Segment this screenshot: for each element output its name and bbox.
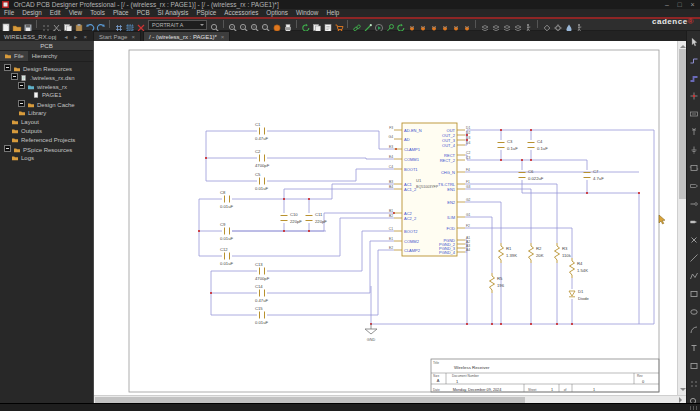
cut-button[interactable] bbox=[52, 19, 62, 29]
sidebar-tab-hierarchy[interactable]: Hierarchy bbox=[28, 51, 62, 61]
drop-tool-button[interactable] bbox=[564, 19, 574, 29]
text-tool[interactable] bbox=[689, 339, 699, 349]
notes-button[interactable] bbox=[323, 19, 333, 29]
tree-item--wireless-rx-dsn[interactable]: .\wireless_rx.dsn bbox=[0, 73, 93, 82]
marker-tool-4-button[interactable] bbox=[440, 19, 450, 29]
menu-file[interactable]: File bbox=[0, 9, 18, 16]
layer-tool-4-button[interactable] bbox=[513, 19, 523, 29]
tab-close-icon[interactable]: × bbox=[221, 34, 225, 40]
menu-place[interactable]: Place bbox=[109, 9, 133, 16]
tree-item-referenced-projects[interactable]: Referenced Projects bbox=[0, 136, 93, 145]
save-button[interactable] bbox=[23, 19, 33, 29]
sidebar-tab-file[interactable]: File bbox=[0, 51, 28, 61]
tree-expander[interactable] bbox=[4, 145, 11, 152]
off-page-connector-tool[interactable] bbox=[689, 213, 699, 223]
footprint-tool-button[interactable] bbox=[575, 19, 585, 29]
no-connect-tool[interactable] bbox=[689, 231, 699, 241]
align-tool-button[interactable] bbox=[524, 19, 534, 29]
zoom-region-button[interactable] bbox=[261, 19, 271, 29]
power-tool[interactable] bbox=[689, 123, 699, 133]
open-design-button[interactable] bbox=[12, 19, 22, 29]
schematic-drawing[interactable]: F3AD-EN_NG4ADE3CLAMP1E4COMM1C4BOOT1B3AC1… bbox=[94, 41, 677, 395]
zoom-fit-button[interactable] bbox=[250, 19, 260, 29]
marker-tool-5-button[interactable] bbox=[451, 19, 461, 29]
tree-expander[interactable] bbox=[11, 73, 18, 80]
menu-tools[interactable]: Tools bbox=[86, 9, 109, 16]
document-tab-schematic-page[interactable]: / - (wireless_rx : PAGE1)*× bbox=[143, 31, 230, 41]
tree-item-page1[interactable]: PAGE1 bbox=[0, 91, 93, 100]
power-marker-button[interactable] bbox=[429, 19, 439, 29]
wire-tool[interactable] bbox=[689, 51, 699, 61]
snap-to-grid-button[interactable] bbox=[41, 19, 51, 29]
snap-tool[interactable] bbox=[689, 375, 699, 385]
tab-close-icon[interactable]: × bbox=[131, 34, 135, 40]
port-tool[interactable] bbox=[689, 177, 699, 187]
minimize-button[interactable]: – bbox=[661, 0, 672, 9]
rectangle-tool[interactable] bbox=[689, 285, 699, 295]
zoom-in-button[interactable] bbox=[228, 19, 238, 29]
tree-expander[interactable] bbox=[4, 64, 11, 71]
menu-pcb[interactable]: PCB bbox=[133, 9, 154, 16]
close-button[interactable]: × bbox=[687, 0, 698, 9]
wand-button[interactable] bbox=[363, 19, 373, 29]
layer-tool-1-button[interactable] bbox=[480, 19, 490, 29]
window-select-button[interactable] bbox=[125, 19, 135, 29]
select-tool[interactable] bbox=[689, 33, 699, 43]
probe-button[interactable] bbox=[385, 19, 395, 29]
hierarchical-block-tool[interactable] bbox=[689, 159, 699, 169]
new-design-button[interactable] bbox=[1, 19, 11, 29]
resize-grip[interactable] bbox=[690, 406, 698, 410]
marker-button[interactable] bbox=[136, 19, 146, 29]
link-button[interactable] bbox=[352, 19, 362, 29]
run-simulation-button[interactable] bbox=[374, 19, 384, 29]
gear-button[interactable] bbox=[553, 19, 563, 29]
voltage-marker-button[interactable] bbox=[407, 19, 417, 29]
color-swatch-button[interactable] bbox=[272, 19, 282, 29]
schematic-canvas[interactable]: F3AD-EN_NG4ADE3CLAMP1E4COMM1C4BOOT1B3AC1… bbox=[94, 41, 677, 395]
paste-button[interactable] bbox=[74, 19, 84, 29]
library-cart-button[interactable] bbox=[334, 19, 344, 29]
tree-item-library[interactable]: Library bbox=[0, 109, 93, 118]
tree-item-wireless-rx[interactable]: wireless_rx bbox=[0, 82, 93, 91]
menu-edit[interactable]: Edit bbox=[46, 9, 65, 16]
layer-tool-3-button[interactable] bbox=[502, 19, 512, 29]
tree-item-layout[interactable]: Layout bbox=[0, 118, 93, 127]
refresh-netlist-button[interactable] bbox=[396, 19, 406, 29]
menu-si-analysis[interactable]: SI Analysis bbox=[154, 9, 193, 16]
menu-help[interactable]: Help bbox=[322, 9, 343, 16]
menu-view[interactable]: View bbox=[65, 9, 87, 16]
ellipse-tool[interactable] bbox=[689, 303, 699, 313]
bus-tool[interactable] bbox=[689, 69, 699, 79]
snapshot-button[interactable] bbox=[312, 19, 322, 29]
tree-item-design-resources[interactable]: Design Resources bbox=[0, 64, 93, 73]
ground-tool[interactable] bbox=[689, 141, 699, 151]
tree-item-design-cache[interactable]: Design Cache bbox=[0, 100, 93, 109]
grid-toggle-button[interactable] bbox=[114, 19, 124, 29]
polyline-tool[interactable] bbox=[689, 267, 699, 277]
current-marker-button[interactable] bbox=[418, 19, 428, 29]
diamond-tool-button[interactable] bbox=[542, 19, 552, 29]
line-tool[interactable] bbox=[689, 249, 699, 259]
menu-options[interactable]: Options bbox=[262, 9, 292, 16]
undo-button[interactable] bbox=[85, 19, 95, 29]
tree-expander[interactable] bbox=[18, 100, 25, 107]
layer-tool-2-button[interactable] bbox=[491, 19, 501, 29]
tree-expander[interactable] bbox=[18, 82, 25, 89]
tree-item-pspice-resources[interactable]: PSpice Resources bbox=[0, 145, 93, 154]
document-tab-start-page[interactable]: Start Page× bbox=[93, 31, 141, 41]
menu-window[interactable]: Window bbox=[292, 9, 322, 16]
redo-button[interactable] bbox=[96, 19, 106, 29]
net-alias-tool[interactable] bbox=[689, 105, 699, 115]
search-button[interactable] bbox=[210, 19, 220, 29]
print-button[interactable] bbox=[283, 19, 293, 29]
page-size-select[interactable]: PORTRAIT A bbox=[148, 20, 207, 30]
menu-design[interactable]: Design bbox=[18, 9, 46, 16]
maximize-button[interactable]: □ bbox=[674, 0, 685, 9]
pin-tool[interactable] bbox=[689, 195, 699, 205]
junction-tool[interactable] bbox=[689, 87, 699, 97]
refresh-button[interactable] bbox=[301, 19, 311, 29]
tree-item-outputs[interactable]: Outputs bbox=[0, 127, 93, 136]
menu-accessories[interactable]: Accessories bbox=[220, 9, 262, 16]
image-tool[interactable] bbox=[689, 357, 699, 367]
marker-tool-6-button[interactable] bbox=[462, 19, 472, 29]
